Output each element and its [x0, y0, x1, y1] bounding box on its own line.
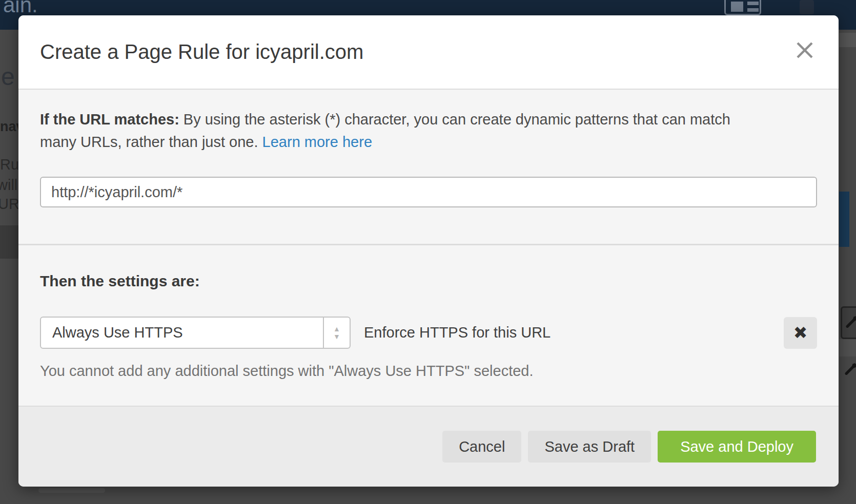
modal-body: If the URL matches: By using the asteris…: [18, 90, 839, 380]
settings-note: You cannot add any additional settings w…: [40, 363, 817, 380]
wrench-icon: [844, 314, 856, 330]
background-text-fragment: UR: [0, 196, 18, 213]
background-blue-button-fragment: [839, 192, 849, 247]
background-content-fragment: [38, 488, 105, 493]
setting-select-value: Always Use HTTPS: [41, 318, 323, 348]
background-band: [839, 339, 856, 356]
modal-header: Create a Page Rule for icyapril.com: [18, 15, 839, 90]
setting-select[interactable]: Always Use HTTPS ▲ ▼: [40, 317, 351, 349]
close-button[interactable]: [796, 41, 814, 59]
background-text-fragment: e: [1, 62, 15, 91]
save-and-deploy-button[interactable]: Save and Deploy: [658, 431, 816, 463]
background-text-fragment: will: [0, 177, 17, 194]
wrench-icon: [843, 362, 856, 377]
url-match-label: If the URL matches:: [40, 111, 179, 128]
remove-setting-button[interactable]: ✖: [784, 317, 817, 349]
close-icon: [796, 41, 814, 59]
background-table-header-fragment: [0, 225, 18, 259]
modal-title: Create a Page Rule for icyapril.com: [40, 40, 363, 64]
chevron-up-icon: ▲: [333, 325, 340, 333]
background-band: [839, 33, 856, 47]
url-pattern-input[interactable]: [40, 177, 817, 207]
learn-more-link[interactable]: Learn more here: [262, 134, 372, 150]
url-match-description: If the URL matches: By using the asteris…: [40, 108, 763, 153]
nav-widget-icon: [800, 0, 814, 14]
select-spinner[interactable]: ▲ ▼: [323, 318, 350, 348]
setting-row: Always Use HTTPS ▲ ▼ Enforce HTTPS for t…: [40, 317, 817, 349]
section-divider: [18, 244, 839, 245]
remove-icon: ✖: [793, 323, 808, 343]
background-domain-fragment: ain.: [3, 0, 38, 17]
layout-grid-icon: [724, 0, 761, 15]
modal-footer: Cancel Save as Draft Save and Deploy: [18, 406, 839, 487]
cancel-button[interactable]: Cancel: [442, 431, 521, 463]
background-text-fragment: nav: [0, 119, 18, 135]
settings-heading: Then the settings are:: [40, 272, 817, 290]
chevron-down-icon: ▼: [333, 333, 340, 341]
background-text-fragment: Ru: [0, 156, 18, 173]
create-page-rule-modal: Create a Page Rule for icyapril.com If t…: [18, 15, 839, 487]
background-page-left-edge: e nav Ru will UR: [0, 30, 18, 504]
save-as-draft-button[interactable]: Save as Draft: [528, 431, 651, 463]
setting-description: Enforce HTTPS for this URL: [364, 324, 551, 341]
background-page-right-edge: [839, 30, 856, 504]
